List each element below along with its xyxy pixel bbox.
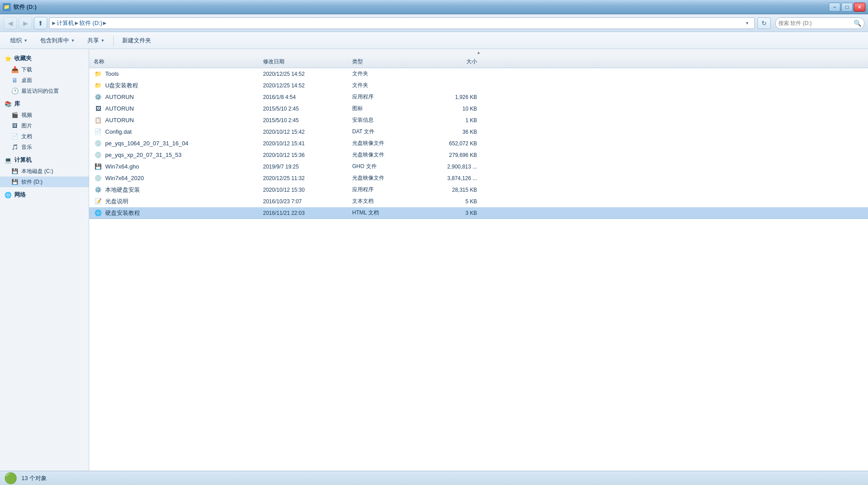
file-type-cell: 文本文档 xyxy=(352,197,424,205)
file-type-icon: 🖼 xyxy=(94,104,103,113)
file-type-icon: 🌐 xyxy=(94,209,103,218)
up-button[interactable]: ⬆ xyxy=(34,17,47,29)
column-header: 名称 修改日期 类型 大小 xyxy=(89,56,868,68)
table-row[interactable]: 🌐 硬盘安装教程 2016/11/21 22:03 HTML 文档 3 KB xyxy=(89,207,868,219)
table-row[interactable]: ⚙️ 本地硬盘安装 2020/10/12 15:30 应用程序 28,315 K… xyxy=(89,184,868,196)
file-type-cell: 光盘映像文件 xyxy=(352,174,424,182)
close-button[interactable]: ✕ xyxy=(854,3,865,12)
sidebar-item-drive-c[interactable]: 💾 本地磁盘 (C:) xyxy=(0,166,89,177)
sidebar-item-downloads[interactable]: 📥 下载 xyxy=(0,64,89,75)
file-name-cell: 📋 AUTORUN xyxy=(94,116,263,125)
sidebar-item-desktop[interactable]: 🖥 桌面 xyxy=(0,75,89,86)
file-modified-cell: 2015/5/10 2:45 xyxy=(263,106,352,112)
file-name-cell: 📁 Tools xyxy=(94,70,263,78)
file-list: 📁 Tools 2020/12/25 14:52 文件夹 📁 U盘安装教程 20… xyxy=(89,68,868,219)
column-name-header[interactable]: 名称 xyxy=(94,58,263,66)
file-type-icon: 📄 xyxy=(94,127,103,136)
minimize-button[interactable]: − xyxy=(829,3,840,12)
file-size-cell: 279,696 KB xyxy=(424,152,477,158)
sidebar-item-images[interactable]: 🖼 图片 xyxy=(0,120,89,131)
file-modified-cell: 2020/12/25 14:52 xyxy=(263,82,352,89)
column-modified-header[interactable]: 修改日期 xyxy=(263,58,352,66)
column-size-header[interactable]: 大小 xyxy=(424,58,477,66)
new-folder-button[interactable]: 新建文件夹 xyxy=(116,34,157,47)
refresh-button[interactable]: ↻ xyxy=(757,17,771,29)
file-modified-cell: 2015/5/10 2:45 xyxy=(263,117,352,123)
file-type-cell: 文件夹 xyxy=(352,70,424,78)
address-bar: ▶ 计算机 ▶ 软件 (D:) ▶ ▼ xyxy=(49,17,755,29)
scroll-up-indicator: ▲ xyxy=(89,49,868,56)
computer-header[interactable]: 💻 计算机 xyxy=(0,154,89,166)
table-row[interactable]: 📋 AUTORUN 2015/5/10 2:45 安装信息 1 KB xyxy=(89,115,868,126)
network-header[interactable]: 🌐 网络 xyxy=(0,189,89,201)
search-bar: 🔍 xyxy=(775,17,864,29)
table-row[interactable]: ⚙️ AUTORUN 2016/1/8 4:54 应用程序 1,926 KB xyxy=(89,91,868,103)
sidebar-item-documents[interactable]: 📄 文档 xyxy=(0,131,89,142)
table-row[interactable]: 💾 Win7x64.gho 2019/9/7 19:25 GHO 文件 2,90… xyxy=(89,161,868,173)
content-area: ▲ 名称 修改日期 类型 大小 📁 Tools 2020/12/25 14:52… xyxy=(89,49,868,471)
file-type-icon: 💿 xyxy=(94,139,103,148)
forward-button[interactable]: ▶ xyxy=(19,17,32,29)
file-name-cell: 💾 Win7x64.gho xyxy=(94,162,263,171)
file-type-icon: 💿 xyxy=(94,151,103,160)
file-name-cell: ⚙️ AUTORUN xyxy=(94,93,263,102)
share-button[interactable]: 共享 ▼ xyxy=(82,34,111,47)
table-row[interactable]: 📁 Tools 2020/12/25 14:52 文件夹 xyxy=(89,68,868,80)
table-row[interactable]: 💿 pe_yqs_xp_20_07_31_15_53 2020/10/12 15… xyxy=(89,149,868,161)
file-modified-cell: 2016/1/8 4:54 xyxy=(263,94,352,100)
table-row[interactable]: 🖼 AUTORUN 2015/5/10 2:45 图标 10 KB xyxy=(89,103,868,115)
include-library-button[interactable]: 包含到库中 ▼ xyxy=(34,34,81,47)
favorites-header[interactable]: ⭐ 收藏夹 xyxy=(0,53,89,64)
sidebar-item-music[interactable]: 🎵 音乐 xyxy=(0,142,89,152)
file-size-cell: 28,315 KB xyxy=(424,187,477,193)
file-size-cell: 5 KB xyxy=(424,198,477,205)
hdd-c-icon: 💾 xyxy=(11,167,19,175)
table-row[interactable]: 📝 光盘说明 2016/10/23 7:07 文本文档 5 KB xyxy=(89,196,868,207)
table-row[interactable]: 📄 Config.dat 2020/10/12 15:42 DAT 文件 36 … xyxy=(89,126,868,138)
file-size-cell: 3 KB xyxy=(424,210,477,216)
file-size-cell: 2,900,813 ... xyxy=(424,164,477,170)
address-part-drive[interactable]: 软件 (D:) xyxy=(79,19,102,27)
file-type-icon: 📝 xyxy=(94,197,103,206)
column-type-header[interactable]: 类型 xyxy=(352,58,424,66)
file-modified-cell: 2020/10/12 15:42 xyxy=(263,129,352,135)
download-icon: 📥 xyxy=(11,66,19,74)
file-name-cell: 🌐 硬盘安装教程 xyxy=(94,209,263,218)
music-icon: 🎵 xyxy=(11,143,19,151)
network-section: 🌐 网络 xyxy=(0,189,89,201)
table-row[interactable]: 📁 U盘安装教程 2020/12/25 14:52 文件夹 xyxy=(89,80,868,91)
sidebar-item-drive-d[interactable]: 💾 软件 (D:) xyxy=(0,177,89,187)
file-name-cell: 💿 Win7x64_2020 xyxy=(94,174,263,183)
file-name-cell: 📄 Config.dat xyxy=(94,127,263,136)
titlebar-title: 软件 (D:) xyxy=(13,3,37,11)
back-button[interactable]: ◀ xyxy=(4,17,17,29)
file-type-cell: 光盘映像文件 xyxy=(352,151,424,159)
main-layout: ⭐ 收藏夹 📥 下载 🖥 桌面 🕐 最近访问的位置 📚 库 xyxy=(0,49,868,471)
sidebar-item-video[interactable]: 🎬 视频 xyxy=(0,110,89,120)
file-type-cell: 图标 xyxy=(352,105,424,112)
computer-icon: 💻 xyxy=(4,157,12,164)
search-input[interactable] xyxy=(778,20,852,26)
library-header[interactable]: 📚 库 xyxy=(0,98,89,110)
breadcrumb-arrow-2: ▶ xyxy=(103,21,107,25)
titlebar-left: 📁 软件 (D:) xyxy=(3,3,37,11)
titlebar-controls: − □ ✕ xyxy=(829,3,865,12)
toolbar: 组织 ▼ 包含到库中 ▼ 共享 ▼ 新建文件夹 xyxy=(0,32,868,49)
sidebar-item-recent[interactable]: 🕐 最近访问的位置 xyxy=(0,86,89,96)
file-modified-cell: 2016/10/23 7:07 xyxy=(263,198,352,205)
file-size-cell: 1,926 KB xyxy=(424,94,477,100)
table-row[interactable]: 💿 pe_yqs_1064_20_07_31_16_04 2020/10/12 … xyxy=(89,138,868,149)
file-modified-cell: 2020/10/12 15:36 xyxy=(263,152,352,158)
file-name-cell: 🖼 AUTORUN xyxy=(94,104,263,113)
computer-section: 💻 计算机 💾 本地磁盘 (C:) 💾 软件 (D:) xyxy=(0,154,89,187)
organize-button[interactable]: 组织 ▼ xyxy=(4,34,33,47)
video-icon: 🎬 xyxy=(11,111,19,119)
include-arrow: ▼ xyxy=(71,38,75,43)
file-size-cell: 3,874,126 ... xyxy=(424,175,477,181)
table-row[interactable]: 💿 Win7x64_2020 2020/12/25 11:32 光盘映像文件 3… xyxy=(89,173,868,184)
address-dropdown-button[interactable]: ▼ xyxy=(743,18,752,28)
search-icon[interactable]: 🔍 xyxy=(854,20,861,27)
address-parts: ▶ 计算机 ▶ 软件 (D:) ▶ xyxy=(52,19,741,27)
address-part-computer[interactable]: 计算机 xyxy=(57,19,74,27)
maximize-button[interactable]: □ xyxy=(841,3,853,12)
